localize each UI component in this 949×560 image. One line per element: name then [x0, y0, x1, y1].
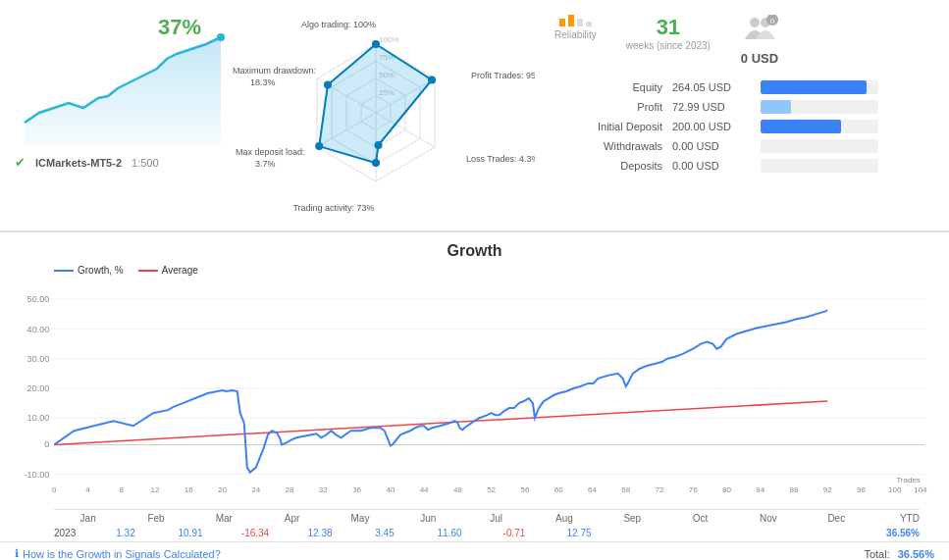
legend-dot-blue — [54, 270, 74, 272]
usd-value: 0 USD — [741, 51, 778, 66]
month-may: May — [326, 513, 394, 524]
svg-point-18 — [375, 141, 383, 149]
metrics-bar-profit — [761, 100, 791, 114]
metrics-bar-withdrawals-container — [761, 139, 878, 153]
metrics-row-equity: Equity 264.05 USD — [554, 80, 934, 94]
svg-text:50.00: 50.00 — [27, 294, 50, 304]
svg-text:76: 76 — [689, 485, 698, 494]
svg-text:72: 72 — [655, 485, 663, 494]
monthly-val-aug: 12.75 — [547, 528, 611, 538]
ytd-header: YTD — [870, 513, 920, 524]
growth-chart-svg: 50.00 40.00 30.00 20.00 10.00 0 -10.00 0… — [15, 280, 934, 506]
how-link[interactable]: ℹ How is the Growth in Signals Calculate… — [15, 547, 221, 560]
radar-svg: 50% 25% 75% 100% Algo trading: 100% Prof… — [231, 10, 535, 221]
top-section: 37% ✔ ICMarkets-MT5-2 1:500 — [0, 0, 949, 231]
how-link-text[interactable]: How is the Growth in Signals Calculated? — [23, 548, 221, 560]
metrics-bar-equity-container — [761, 80, 878, 94]
svg-text:36: 36 — [352, 485, 361, 494]
metrics-value-deposits: 0.00 USD — [672, 160, 761, 172]
month-apr: Apr — [258, 513, 326, 524]
svg-text:88: 88 — [789, 485, 798, 494]
monthly-val-sep — [611, 528, 676, 538]
svg-point-16 — [372, 40, 380, 48]
svg-text:28: 28 — [286, 485, 294, 494]
bar-icon-1 — [559, 19, 565, 26]
svg-text:60: 60 — [554, 485, 563, 494]
radar-label-trading: Trading activity: 73% — [292, 203, 374, 213]
bar-icon-2 — [568, 15, 574, 26]
bar-icon-3 — [577, 19, 583, 26]
svg-point-22 — [750, 18, 760, 27]
svg-point-19 — [372, 159, 380, 167]
radar-label-maxload-val: 3.7% — [255, 159, 276, 169]
metrics-row-deposits: Deposits 0.00 USD — [554, 159, 934, 173]
month-oct: Oct — [666, 513, 734, 524]
svg-text:10.00: 10.00 — [27, 413, 50, 423]
svg-text:24: 24 — [251, 485, 260, 494]
bottom-row: ℹ How is the Growth in Signals Calculate… — [0, 541, 949, 560]
radar-label-drawdown-title: Maximum drawdown: — [233, 66, 316, 76]
reliability-block: Reliability — [554, 15, 597, 40]
month-feb: Feb — [122, 513, 189, 524]
svg-text:Trades: Trades — [896, 476, 921, 484]
metrics-bar-deposit-container — [761, 120, 878, 133]
svg-text:4: 4 — [85, 485, 90, 494]
svg-text:44: 44 — [420, 485, 429, 494]
legend-dot-red — [138, 270, 158, 272]
radar-label-drawdown-val: 18.3% — [250, 77, 276, 87]
metrics-bar-deposits-container — [761, 159, 878, 173]
svg-text:68: 68 — [621, 485, 630, 494]
bar-icon-4 — [586, 22, 592, 26]
svg-text:40: 40 — [386, 485, 395, 494]
monthly-val-jun: 11.60 — [417, 528, 482, 538]
svg-text:100: 100 — [888, 485, 902, 494]
svg-text:32: 32 — [319, 485, 328, 494]
metrics-label-profit: Profit — [554, 101, 672, 113]
svg-point-17 — [428, 76, 436, 84]
metrics-label-equity: Equity — [554, 81, 672, 93]
svg-text:-10.00: -10.00 — [25, 470, 50, 480]
metrics-value-equity: 264.05 USD — [672, 81, 761, 93]
svg-text:92: 92 — [823, 485, 832, 494]
usd-block: 0 0 USD — [740, 15, 779, 66]
monthly-val-feb: 10.91 — [158, 528, 223, 538]
year-label: 2023 — [54, 528, 93, 538]
metrics-table: Equity 264.05 USD Profit 72.99 USD Initi… — [554, 80, 934, 178]
chart-legend: Growth, % Average — [54, 265, 934, 276]
svg-text:20: 20 — [218, 485, 227, 494]
svg-text:8: 8 — [120, 485, 125, 494]
legend-item-average: Average — [138, 265, 198, 276]
monthly-val-jul: -0.71 — [482, 528, 547, 538]
metrics-value-deposit: 200.00 USD — [672, 121, 761, 132]
ytd-value: 36.56% — [870, 528, 920, 538]
svg-text:64: 64 — [588, 485, 597, 494]
svg-text:96: 96 — [857, 485, 866, 494]
svg-text:16: 16 — [185, 485, 193, 494]
svg-text:104: 104 — [914, 485, 927, 494]
metrics-label-deposits: Deposits — [554, 160, 672, 172]
svg-text:0: 0 — [44, 439, 49, 449]
metrics-bar-profit-container — [761, 100, 878, 114]
month-sep: Sep — [599, 513, 666, 524]
broker-name: ICMarkets-MT5-2 — [35, 157, 122, 169]
total-label: Total: — [864, 548, 889, 560]
legend-label-growth: Growth, % — [78, 265, 124, 276]
svg-point-20 — [315, 142, 323, 150]
broker-info: ✔ ICMarkets-MT5-2 1:500 — [15, 155, 231, 170]
info-icon: ℹ — [15, 547, 19, 560]
month-dec: Dec — [803, 513, 870, 524]
metrics-label-withdrawals: Withdrawals — [554, 140, 672, 152]
svg-text:12: 12 — [151, 485, 160, 494]
legend-label-average: Average — [162, 265, 198, 276]
legend-item-growth: Growth, % — [54, 265, 124, 276]
month-nov: Nov — [734, 513, 802, 524]
month-jul: Jul — [462, 513, 530, 524]
month-aug: Aug — [530, 513, 598, 524]
svg-text:52: 52 — [487, 485, 496, 494]
monthly-val-apr: 12.38 — [288, 528, 352, 538]
radar-label-algo: Algo trading: 100% — [301, 20, 376, 29]
total-value: 36.56% — [898, 548, 934, 560]
monthly-val-mar: -16.34 — [223, 528, 288, 538]
svg-text:0: 0 — [52, 485, 57, 494]
monthly-val-may: 3.45 — [352, 528, 417, 538]
